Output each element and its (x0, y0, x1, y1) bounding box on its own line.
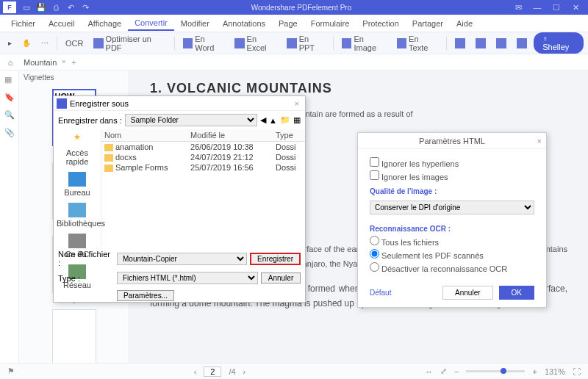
tool-ocr[interactable]: OCR (62, 37, 87, 49)
params-cancel-button[interactable]: Annuler (442, 286, 492, 300)
ignore-images-checkbox[interactable] (370, 170, 379, 180)
rail-thumbnails-icon[interactable]: ▦ (4, 75, 15, 85)
tool-extra1[interactable] (451, 37, 469, 50)
side-desktop[interactable]: Bureau (57, 172, 98, 197)
menu-affichage[interactable]: Affichage (81, 17, 128, 30)
col-type[interactable]: Type (273, 129, 305, 142)
tool-hand[interactable]: ✋ (18, 37, 35, 48)
save-button[interactable]: Enregistrer (250, 253, 301, 265)
word-icon (183, 38, 193, 48)
opt-ocr-scanned[interactable]: Seulement les PDF scannés (370, 249, 534, 260)
close-tab-icon[interactable]: × (62, 58, 65, 65)
tool-ppt[interactable]: En PPT (283, 33, 329, 54)
save-dialog-close[interactable]: × (292, 99, 302, 108)
tool-word[interactable]: En Word (179, 33, 228, 54)
rail-search-icon[interactable]: 🔍 (4, 110, 15, 120)
menu-page[interactable]: Page (272, 17, 304, 30)
cancel-button[interactable]: Annuler (261, 272, 301, 284)
opt-ignore-images[interactable]: Ignorer les images (370, 170, 534, 181)
save-dialog-title: Enregistrer sous (70, 99, 129, 108)
rail-attach-icon[interactable]: 📎 (4, 128, 15, 138)
tool-select[interactable]: ▸ (4, 37, 15, 48)
tool-excel[interactable]: En Excel (231, 33, 280, 54)
star-icon: ★ (68, 132, 86, 147)
tool-texte[interactable]: En Texte (393, 33, 442, 54)
mail-icon[interactable]: ✉ (509, 0, 528, 15)
ocr-label: Reconnaissance OCR : (370, 225, 534, 233)
savein-select[interactable]: Sample Folder (125, 114, 257, 126)
open-icon[interactable]: ▭ (21, 1, 32, 13)
tool-extra4[interactable] (513, 37, 531, 50)
user-button[interactable]: ♀ Shelley (534, 32, 584, 54)
side-quick[interactable]: ★Accès rapide (57, 132, 98, 166)
thumb-page-4[interactable] (52, 309, 96, 363)
page-input[interactable] (204, 367, 221, 377)
maximize-button[interactable]: ☐ (547, 0, 566, 15)
save-icon[interactable]: 💾 (35, 1, 47, 13)
ignore-links-checkbox[interactable] (370, 157, 379, 167)
new-tab-button[interactable]: + (67, 58, 80, 67)
menu-fichier[interactable]: Fichier (4, 17, 42, 30)
opt-ignore-links[interactable]: Ignorer les hyperliens (370, 157, 534, 168)
separator (174, 37, 175, 50)
filename-input[interactable]: Mountain-Copier (117, 253, 247, 265)
file-list[interactable]: NomModifié leType anamation26/06/2019 10… (101, 129, 305, 247)
opt-ocr-off[interactable]: Désactiver la reconnaissance OCR (370, 262, 534, 273)
menu-accueil[interactable]: Accueil (42, 17, 81, 30)
home-tab-icon[interactable]: ⌂ (3, 58, 18, 67)
status-next-icon[interactable]: › (243, 367, 246, 376)
menu-formulaire[interactable]: Formulaire (304, 17, 356, 30)
col-name[interactable]: Nom (101, 129, 187, 142)
default-button[interactable]: Défaut (370, 286, 403, 299)
undo-icon[interactable]: ↶ (65, 1, 76, 13)
side-libs[interactable]: Bibliothèques (57, 203, 98, 228)
params-button[interactable]: Paramètres... (117, 290, 174, 301)
ocr-off-radio[interactable] (370, 262, 379, 272)
status-prev-icon[interactable]: ‹ (194, 367, 197, 376)
params-close[interactable]: × (537, 137, 542, 145)
zoom-slider[interactable] (466, 370, 525, 372)
toolbar: ▸ ✋ ⋯ OCR Optimiser un PDF En Word En Ex… (0, 32, 588, 54)
menu-protection[interactable]: Protection (356, 17, 406, 30)
zoom-in-icon[interactable]: + (532, 367, 537, 376)
nav-view-icon[interactable]: ▦ (293, 115, 301, 125)
menu-convertir[interactable]: Convertir (128, 16, 174, 31)
menu-aide[interactable]: Aide (450, 17, 479, 30)
rail-bookmark-icon[interactable]: 🔖 (4, 93, 15, 103)
file-row[interactable]: Sample Forms25/07/2019 16:56Dossi (101, 162, 305, 173)
tool-optimize[interactable]: Optimiser un PDF (90, 33, 170, 54)
opt-ocr-all[interactable]: Tous les fichiers (370, 236, 534, 247)
tool-more[interactable]: ⋯ (37, 37, 52, 48)
print-icon[interactable]: ⎙ (50, 1, 62, 13)
save-sidebar: ★Accès rapide Bureau Bibliothèques Ce PC… (54, 129, 101, 247)
nav-up-icon[interactable]: ▲ (269, 116, 277, 125)
quality-select[interactable]: Conserver le DPI d'origine (370, 201, 534, 214)
redo-icon[interactable]: ↷ (79, 1, 91, 13)
tool-image[interactable]: En Image (338, 33, 390, 54)
tool-extra3[interactable] (492, 37, 510, 50)
convert-icon (476, 38, 486, 48)
minimize-button[interactable]: — (528, 0, 547, 15)
nav-back-icon[interactable]: ◀ (260, 115, 266, 125)
status-flag-icon[interactable]: ⚑ (7, 367, 15, 376)
menu-annotations[interactable]: Annotations (216, 17, 272, 30)
ocr-all-radio[interactable] (370, 236, 379, 245)
image-icon (342, 38, 351, 48)
zoom-out-icon[interactable]: − (454, 367, 459, 376)
tab-mountain[interactable]: Mountain× (18, 57, 67, 68)
filetype-select[interactable]: Fichiers HTML (*.html) (117, 272, 258, 284)
file-row[interactable]: anamation26/06/2019 10:38Dossi (101, 142, 305, 153)
separator (446, 37, 447, 50)
fullscreen-icon[interactable]: ⛶ (573, 367, 581, 376)
ocr-scanned-radio[interactable] (370, 249, 379, 259)
fit-width-icon[interactable]: ↔ (425, 367, 433, 376)
menu-partager[interactable]: Partager (406, 17, 450, 30)
tool-extra2[interactable] (472, 37, 490, 50)
nav-newfolder-icon[interactable]: 📁 (280, 115, 290, 125)
fit-page-icon[interactable]: ⤢ (440, 367, 447, 376)
ok-button[interactable]: OK (499, 286, 534, 300)
col-modified[interactable]: Modifié le (187, 129, 273, 142)
menu-modifier[interactable]: Modifier (174, 17, 216, 30)
file-row[interactable]: docxs24/07/2019 21:12Dossi (101, 152, 305, 162)
close-button[interactable]: ✕ (566, 0, 585, 15)
